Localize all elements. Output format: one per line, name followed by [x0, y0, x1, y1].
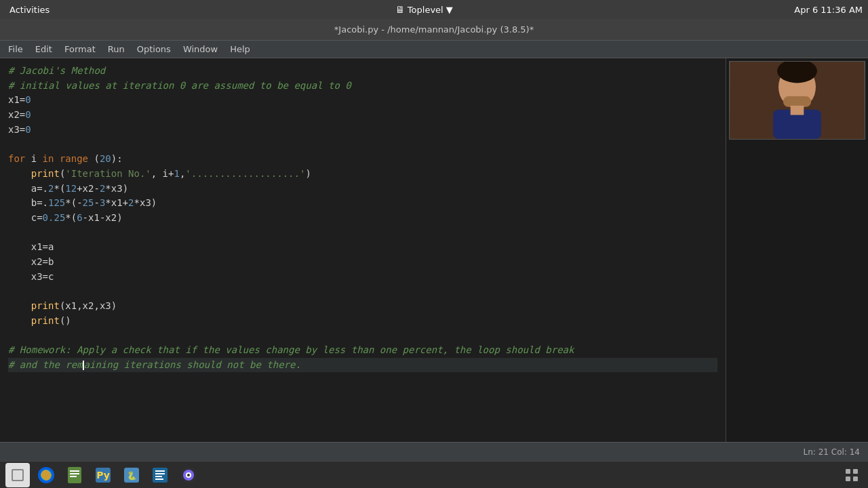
status-bar: Ln: 21 Col: 14 — [0, 442, 868, 461]
app-grid-button[interactable] — [841, 464, 863, 486]
menu-options[interactable]: Options — [132, 43, 176, 56]
python-icon[interactable]: 🐍 — [119, 463, 144, 487]
webcam-panel — [726, 58, 868, 442]
svg-rect-28 — [853, 469, 858, 474]
cursor-position: Ln: 21 Col: 14 — [804, 447, 860, 457]
toplevel-label: Toplevel — [408, 5, 443, 15]
files-icon[interactable] — [5, 463, 30, 487]
svg-rect-29 — [846, 476, 850, 481]
menu-window[interactable]: Window — [178, 43, 223, 56]
python-editor-icon[interactable]: Py — [91, 463, 115, 487]
svg-rect-27 — [846, 469, 850, 474]
webcam-feed — [729, 61, 865, 140]
activities-button[interactable]: Activities — [5, 3, 54, 16]
code-editor[interactable]: # Jacobi's Method # initial values at it… — [0, 58, 726, 442]
window-title: *Jacobi.py - /home/mannan/Jacobi.py (3.8… — [334, 24, 534, 35]
firefox-icon[interactable] — [34, 463, 58, 487]
svg-text:Py: Py — [96, 470, 110, 481]
datetime-display: Apr 6 11:36 AM — [794, 5, 863, 15]
svg-rect-13 — [70, 476, 77, 477]
svg-rect-5 — [791, 106, 804, 115]
svg-rect-22 — [155, 479, 163, 480]
svg-rect-7 — [13, 470, 22, 480]
svg-rect-30 — [853, 476, 858, 481]
svg-rect-12 — [70, 473, 79, 474]
svg-rect-20 — [155, 473, 165, 474]
taskbar: Py 🐍 — [0, 461, 868, 488]
svg-text:🐍: 🐍 — [127, 470, 137, 481]
activities-label: Activities — [9, 5, 50, 15]
text-editor-1-icon[interactable] — [62, 463, 87, 487]
obs-icon[interactable] — [176, 463, 201, 487]
menu-format[interactable]: Format — [59, 43, 101, 56]
toplevel-chevron-icon: ▼ — [446, 5, 453, 15]
svg-rect-3 — [783, 96, 811, 107]
svg-rect-18 — [153, 468, 167, 483]
svg-rect-19 — [155, 470, 165, 472]
menu-file[interactable]: File — [3, 43, 28, 56]
svg-point-26 — [187, 474, 190, 476]
title-bar: *Jacobi.py - /home/mannan/Jacobi.py (3.8… — [0, 19, 868, 41]
svg-rect-21 — [155, 476, 162, 477]
svg-rect-10 — [68, 467, 81, 483]
toplevel-button[interactable]: 🖥 Toplevel ▼ — [395, 4, 453, 15]
svg-rect-11 — [70, 470, 79, 472]
menu-bar: File Edit Format Run Options Window Help — [0, 41, 868, 58]
menu-help[interactable]: Help — [224, 43, 256, 56]
menu-edit[interactable]: Edit — [30, 43, 58, 56]
menu-run[interactable]: Run — [102, 43, 130, 56]
libreoffice-icon[interactable] — [148, 463, 172, 487]
